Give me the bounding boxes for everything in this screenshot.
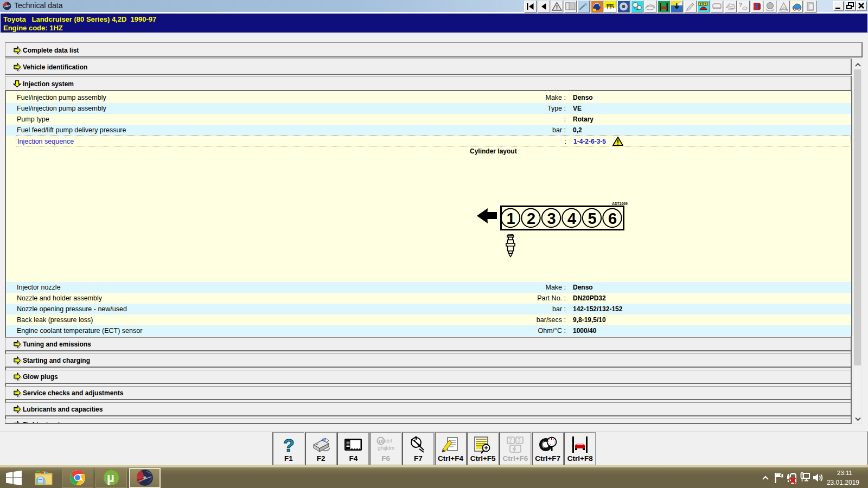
- svg-text:2: 2: [509, 438, 512, 444]
- svg-text:LPG: LPG: [782, 7, 787, 9]
- svg-text:6: 6: [608, 210, 617, 227]
- svg-text:3: 3: [518, 438, 521, 444]
- svg-text:?: ?: [283, 436, 295, 454]
- svg-text:Di: Di: [379, 439, 384, 444]
- svg-text:5: 5: [588, 210, 596, 227]
- svg-text:?: ?: [739, 2, 742, 8]
- svg-text:4: 4: [567, 210, 576, 227]
- svg-text:ghijklm: ghijklm: [378, 445, 394, 451]
- svg-text:µ: µ: [107, 470, 114, 485]
- svg-text:def: def: [385, 438, 392, 444]
- svg-text:3: 3: [547, 210, 556, 227]
- svg-text:1: 1: [506, 210, 515, 227]
- svg-text:AD71669: AD71669: [612, 202, 628, 206]
- svg-text:2: 2: [527, 210, 535, 227]
